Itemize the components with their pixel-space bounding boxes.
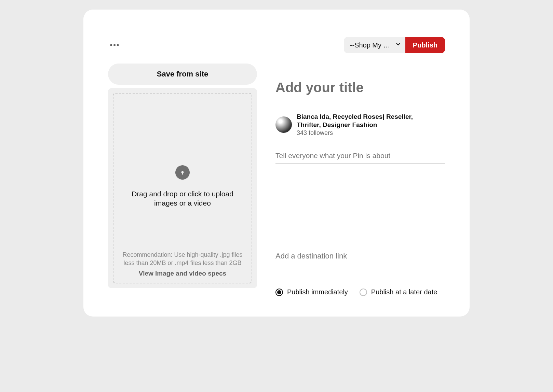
- user-followers: 343 followers: [297, 129, 427, 137]
- columns: Save from site Drag and drop or click to…: [108, 64, 445, 296]
- upload-primary-text: Drag and drop or click to upload images …: [131, 189, 234, 208]
- upload-recommendation-text: Recommendation: Use high-quality .jpg fi…: [120, 251, 245, 267]
- pin-builder-card: ••• --Shop My … Publish Save from site: [83, 10, 470, 317]
- radio-selected-icon: [275, 289, 283, 296]
- destination-link-input[interactable]: [275, 250, 445, 264]
- upload-center: Drag and drop or click to upload images …: [131, 165, 234, 208]
- upload-dropzone[interactable]: Drag and drop or click to upload images …: [108, 88, 257, 288]
- publish-immediately-label: Publish immediately: [287, 288, 348, 296]
- publish-button[interactable]: Publish: [405, 37, 445, 53]
- upload-specs-link[interactable]: View image and video specs: [120, 270, 245, 277]
- upload-footer: Recommendation: Use high-quality .jpg fi…: [120, 251, 245, 277]
- description-input[interactable]: [275, 150, 445, 164]
- publish-options: Publish immediately Publish at a later d…: [275, 288, 445, 296]
- publish-later-label: Publish at a later date: [371, 288, 437, 296]
- topbar-right-group: --Shop My … Publish: [344, 37, 445, 53]
- avatar: [275, 116, 292, 133]
- right-column: Bianca Ida, Recycled Roses| Reseller, Th…: [275, 64, 445, 296]
- save-from-site-button[interactable]: Save from site: [108, 64, 257, 85]
- more-options-button[interactable]: •••: [108, 38, 122, 52]
- radio-unselected-icon: [360, 289, 367, 296]
- upload-dropzone-inner: Drag and drop or click to upload images …: [113, 93, 252, 283]
- publish-immediately-radio[interactable]: Publish immediately: [275, 288, 348, 296]
- topbar: ••• --Shop My … Publish: [108, 37, 445, 53]
- user-meta: Bianca Ida, Recycled Roses| Reseller, Th…: [297, 113, 427, 137]
- board-select-label: --Shop My …: [350, 41, 390, 49]
- title-input[interactable]: [275, 79, 445, 99]
- user-row: Bianca Ida, Recycled Roses| Reseller, Th…: [275, 113, 445, 137]
- chevron-down-icon: [395, 41, 401, 49]
- left-column: Save from site Drag and drop or click to…: [108, 64, 257, 296]
- publish-later-radio[interactable]: Publish at a later date: [360, 288, 437, 296]
- upload-arrow-icon: [175, 165, 190, 180]
- ellipsis-icon: •••: [110, 41, 120, 50]
- user-name: Bianca Ida, Recycled Roses| Reseller, Th…: [297, 113, 427, 129]
- board-select[interactable]: --Shop My …: [344, 37, 405, 53]
